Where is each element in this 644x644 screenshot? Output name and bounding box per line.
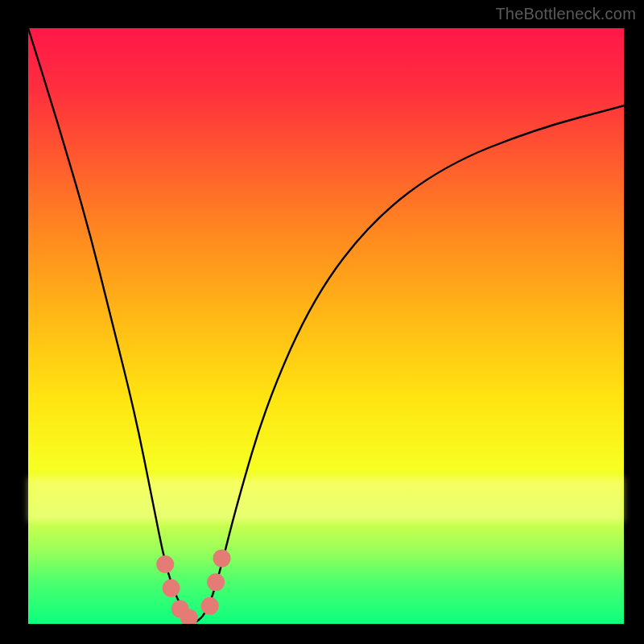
curve-marker (156, 555, 174, 573)
watermark-text: TheBottleneck.com (495, 5, 636, 23)
curve-layer (28, 28, 624, 624)
plot-area (28, 28, 624, 624)
curve-marker (207, 573, 225, 591)
curve-markers (156, 550, 230, 624)
chart-frame: TheBottleneck.com (0, 0, 644, 644)
curve-marker (213, 550, 231, 568)
bottleneck-curve (28, 28, 624, 622)
curve-marker (201, 597, 219, 615)
curve-marker (163, 580, 180, 597)
